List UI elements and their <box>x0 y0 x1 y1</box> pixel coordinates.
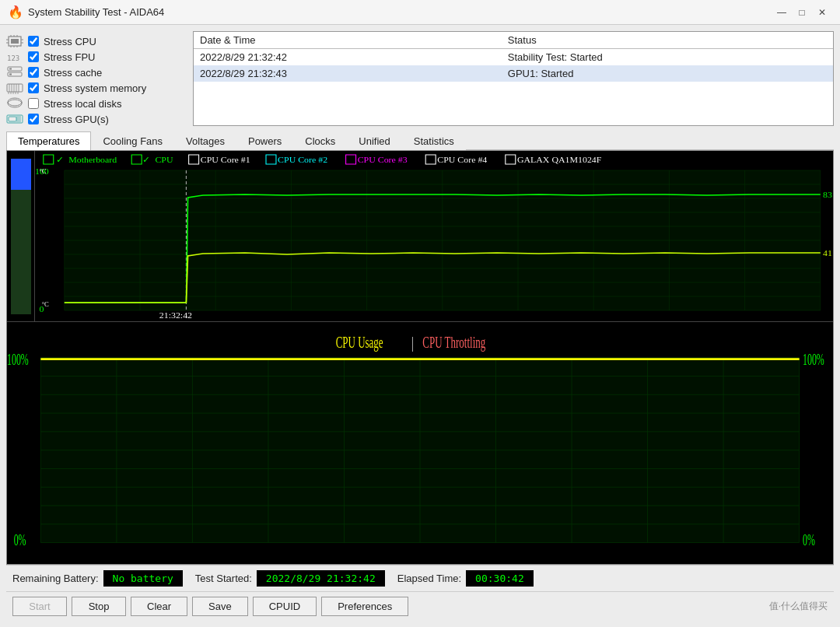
svg-text:41: 41 <box>823 248 832 257</box>
table-row: 2022/8/29 21:32:42 Stability Test: Start… <box>194 49 833 66</box>
svg-rect-15 <box>9 68 12 70</box>
log-data-table: Date & Time Status 2022/8/29 21:32:42 St… <box>194 32 833 82</box>
temp-chart: ✓ Motherboard ✓ CPU CPU Core #1 CPU Core… <box>35 151 833 321</box>
tab-unified[interactable]: Unified <box>347 131 401 150</box>
tab-temperatures[interactable]: Temperatures <box>6 131 91 150</box>
test-started-field: Test Started: 2022/8/29 21:32:42 <box>195 570 385 587</box>
svg-text:|: | <box>411 332 414 351</box>
tab-clocks[interactable]: Clocks <box>293 131 347 150</box>
stress-disks-item: Stress local disks <box>6 96 185 110</box>
stop-button[interactable]: Stop <box>72 597 126 616</box>
svg-text:Motherboard: Motherboard <box>68 155 117 164</box>
tabs-bar: Temperatures Cooling Fans Voltages Power… <box>6 131 834 150</box>
elapsed-time-label: Elapsed Time: <box>397 573 461 584</box>
stress-fpu-checkbox[interactable] <box>28 51 39 62</box>
stress-gpu-checkbox[interactable] <box>28 114 39 124</box>
svg-text:✓: ✓ <box>142 155 149 164</box>
watermark: 值·什么值得买 <box>769 600 828 613</box>
title-bar: 🔥 System Stability Test - AIDA64 — □ ✕ <box>0 0 840 25</box>
svg-text:CPU Core #3: CPU Core #3 <box>358 155 408 164</box>
memory-icon <box>6 82 23 94</box>
tab-cooling-fans[interactable]: Cooling Fans <box>91 131 174 150</box>
stress-fpu-item: 123 Stress FPU <box>6 50 185 64</box>
svg-text:83: 83 <box>823 190 832 199</box>
start-button[interactable]: Start <box>12 597 67 616</box>
stress-memory-checkbox[interactable] <box>28 82 39 93</box>
button-bar: Start Stop Clear Save CPUID Preferences … <box>6 591 834 621</box>
svg-text:0%: 0% <box>803 531 815 549</box>
top-section: Stress CPU 123 Stress FPU Stress cache S… <box>6 31 834 126</box>
stress-memory-label: Stress system memory <box>44 82 146 94</box>
tab-powers[interactable]: Powers <box>236 131 293 150</box>
stress-cache-item: Stress cache <box>6 65 185 79</box>
stress-disks-checkbox[interactable] <box>28 98 39 109</box>
svg-text:CPU Throttling: CPU Throttling <box>422 332 485 351</box>
log-datetime-1: 2022/8/29 21:32:42 <box>194 49 502 66</box>
col-status: Status <box>502 32 833 49</box>
svg-text:CPU Core #4: CPU Core #4 <box>437 155 487 164</box>
sidebar-indicator <box>7 151 35 322</box>
app-icon: 🔥 <box>8 5 23 19</box>
fpu-icon: 123 <box>6 51 23 63</box>
minimize-button[interactable]: — <box>772 4 792 21</box>
svg-text:123: 123 <box>7 54 19 62</box>
stress-cpu-item: Stress CPU <box>6 34 185 48</box>
bottom-info-bar: Remaining Battery: No battery Test Start… <box>6 565 834 591</box>
cpu-usage-chart: CPU Usage | CPU Throttling <box>7 322 833 564</box>
app-title: System Stability Test - AIDA64 <box>28 6 772 18</box>
stress-cache-label: Stress cache <box>44 67 102 79</box>
log-table: Date & Time Status 2022/8/29 21:32:42 St… <box>193 31 834 126</box>
temp-chart-svg: ✓ Motherboard ✓ CPU CPU Core #1 CPU Core… <box>35 151 833 321</box>
cache-icon <box>6 66 23 79</box>
stress-cpu-checkbox[interactable] <box>28 36 39 47</box>
svg-text:0%: 0% <box>14 531 26 549</box>
log-status-1: Stability Test: Started <box>502 49 833 66</box>
svg-text:CPU Core #1: CPU Core #1 <box>201 155 250 164</box>
test-started-label: Test Started: <box>195 573 252 584</box>
cpu-icon <box>6 35 23 47</box>
stress-gpu-label: Stress GPU(s) <box>44 114 109 125</box>
stress-gpu-item: Stress GPU(s) <box>6 112 185 126</box>
svg-text:CPU Core #2: CPU Core #2 <box>278 155 327 164</box>
tab-voltages[interactable]: Voltages <box>174 131 236 150</box>
close-button[interactable]: ✕ <box>812 4 832 21</box>
svg-text:100%: 100% <box>7 351 29 369</box>
log-datetime-2: 2022/8/29 21:32:43 <box>194 65 502 82</box>
stress-disks-label: Stress local disks <box>44 98 121 110</box>
clear-button[interactable]: Clear <box>131 597 187 616</box>
stress-options: Stress CPU 123 Stress FPU Stress cache S… <box>6 31 185 126</box>
svg-text:✓: ✓ <box>56 155 63 164</box>
log-status-2: GPU1: Started <box>502 65 833 82</box>
charts-area: ✓ Motherboard ✓ CPU CPU Core #1 CPU Core… <box>6 150 834 565</box>
preferences-button[interactable]: Preferences <box>321 597 408 616</box>
svg-text:°C: °C <box>42 301 50 308</box>
svg-rect-16 <box>9 74 12 75</box>
cpuid-button[interactable]: CPUID <box>253 597 317 616</box>
cpu-chart-svg: CPU Usage | CPU Throttling <box>7 322 833 564</box>
temp-chart-wrapper: ✓ Motherboard ✓ CPU CPU Core #1 CPU Core… <box>7 151 833 322</box>
disk-icon <box>6 97 23 110</box>
col-datetime: Date & Time <box>194 32 502 49</box>
svg-text:GALAX QA1M1024F: GALAX QA1M1024F <box>517 155 601 164</box>
stress-cache-checkbox[interactable] <box>28 67 39 78</box>
stress-memory-item: Stress system memory <box>6 81 185 95</box>
save-button[interactable]: Save <box>192 597 248 616</box>
svg-text:21:32:42: 21:32:42 <box>159 310 192 320</box>
stress-cpu-label: Stress CPU <box>44 36 96 47</box>
svg-rect-33 <box>9 117 16 121</box>
stress-fpu-label: Stress FPU <box>44 51 95 63</box>
battery-value: No battery <box>103 570 183 587</box>
svg-rect-38 <box>11 159 31 190</box>
maximize-button[interactable]: □ <box>792 4 812 21</box>
tab-statistics[interactable]: Statistics <box>402 131 466 150</box>
battery-label: Remaining Battery: <box>12 573 99 584</box>
chart-sidebar <box>7 151 35 321</box>
test-started-value: 2022/8/29 21:32:42 <box>257 570 385 587</box>
table-row: 2022/8/29 21:32:43 GPU1: Started <box>194 65 833 82</box>
battery-field: Remaining Battery: No battery <box>12 570 183 587</box>
elapsed-time-value: 00:30:42 <box>466 570 534 587</box>
gpu-icon <box>6 113 23 125</box>
svg-text:CPU Usage: CPU Usage <box>336 332 383 351</box>
main-content: Stress CPU 123 Stress FPU Stress cache S… <box>0 25 840 627</box>
svg-text:100%: 100% <box>803 351 824 369</box>
